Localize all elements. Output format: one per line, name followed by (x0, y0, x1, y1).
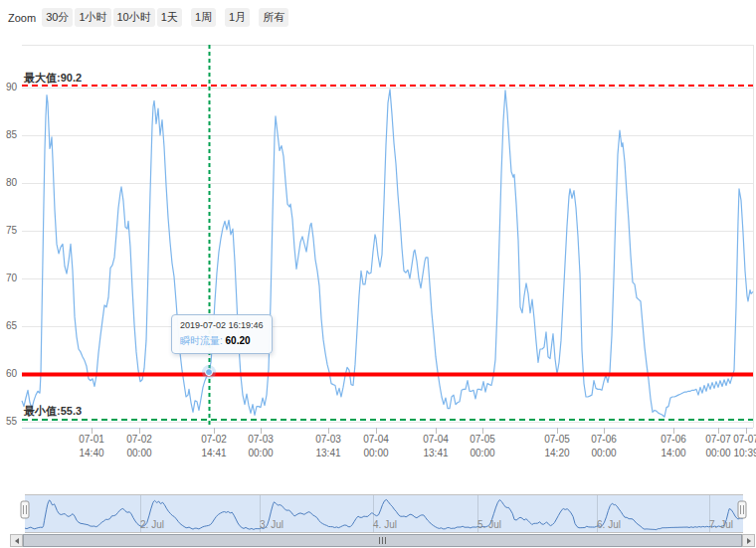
x-axis-label-time: 00:00 (126, 448, 151, 458)
y-axis-label: 80 (6, 177, 18, 188)
y-axis-label: 85 (6, 129, 18, 140)
y-axis-label: 65 (6, 320, 18, 331)
x-axis-label-date: 07-04 (363, 434, 389, 445)
tooltip-series-label: 瞬时流量: (180, 335, 223, 346)
tooltip-datetime: 2019-07-02 16:19:46 (180, 320, 264, 330)
x-axis-label-time: 13:41 (423, 448, 448, 458)
x-axis-label-time: 00:00 (248, 448, 273, 458)
y-axis-label: 90 (6, 82, 18, 92)
x-axis-label-date: 07-05 (544, 434, 570, 445)
right-triangle-icon (747, 538, 751, 544)
x-axis-label-date: 07-02 (201, 434, 227, 445)
zoom-button-30min[interactable]: 30分 (42, 8, 73, 27)
x-axis-label-date: 07-02 (126, 434, 152, 445)
navigator-day-label: 6. Jul (597, 519, 621, 530)
x-axis-label-time: 00:00 (470, 448, 494, 458)
zoom-button-1day[interactable]: 1天 (157, 8, 182, 27)
y-axis-label: 75 (6, 225, 18, 236)
zoom-button-1week[interactable]: 1周 (191, 8, 216, 27)
x-axis-label-date: 07-01 (79, 434, 104, 445)
x-axis-label-time: 00:00 (705, 448, 730, 458)
x-axis-label-time: 10:39 (733, 448, 756, 458)
flow-chart-app: 556065707580859007-0114:4007-0200:0007-0… (0, 0, 756, 548)
x-axis-label-date: 07-04 (423, 434, 449, 445)
x-axis-label-date: 07-03 (315, 434, 341, 445)
navigator-day-label: 7. Jul (709, 519, 733, 530)
x-axis-label-date: 07-03 (248, 434, 274, 445)
scrollbar-left-arrow[interactable] (10, 534, 23, 547)
tooltip-value-row: 瞬时流量: 60.20 (180, 334, 264, 348)
x-axis-label-date: 07-07 (705, 434, 731, 445)
zoom-button-10hour[interactable]: 10小时 (113, 8, 155, 27)
navigator-day-label: 3. Jul (260, 519, 284, 530)
y-axis-label: 60 (6, 368, 18, 379)
x-axis-label-date: 07-07 (733, 434, 756, 445)
x-axis-label-time: 14:00 (661, 448, 685, 458)
navigator-day-label: 5. Jul (477, 519, 501, 530)
tooltip-value: 60.20 (226, 335, 251, 346)
x-axis-label-time: 00:00 (591, 448, 616, 458)
hover-marker (206, 369, 213, 376)
zoom-label: Zoom (8, 12, 36, 24)
x-axis-label-date: 07-06 (591, 434, 617, 445)
x-axis-label-date: 07-06 (661, 434, 686, 445)
left-triangle-icon (15, 538, 19, 544)
scrollbar-thumb[interactable] (23, 534, 742, 547)
navigator-handle-right[interactable] (738, 501, 746, 518)
y-axis-label: 70 (6, 273, 18, 283)
scrollbar-right-arrow[interactable] (742, 534, 755, 547)
tooltip: 2019-07-02 16:19:46 瞬时流量: 60.20 (171, 314, 273, 354)
x-axis-label-date: 07-05 (470, 434, 495, 445)
navigator-handle-left[interactable] (21, 501, 29, 518)
zoom-button-1month[interactable]: 1月 (225, 8, 250, 27)
x-axis-label-time: 14:40 (79, 448, 103, 458)
y-axis-label: 55 (6, 416, 18, 427)
x-axis-label-time: 14:41 (201, 448, 226, 458)
chart-canvas[interactable]: 556065707580859007-0114:4007-0200:0007-0… (0, 0, 756, 548)
zoom-button-1hour[interactable]: 1小时 (75, 8, 110, 27)
x-axis-label-time: 00:00 (363, 448, 388, 458)
max-plotline-label: 最大值:90.2 (24, 71, 82, 86)
navigator-day-label: 4. Jul (373, 519, 397, 530)
x-axis-label-time: 13:41 (315, 448, 340, 458)
navigator-day-label: 2. Jul (140, 519, 164, 530)
zoom-button-all[interactable]: 所有 (259, 8, 288, 27)
zoom-toolbar: Zoom 30分 1小时 10小时 1天 1周 1月 所有 (8, 8, 290, 27)
x-axis-label-time: 14:20 (544, 448, 569, 458)
min-plotline-label: 最小值:55.3 (24, 404, 82, 419)
